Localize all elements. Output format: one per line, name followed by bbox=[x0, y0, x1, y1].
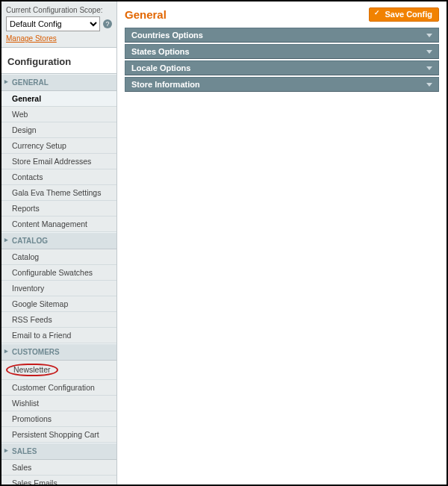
section-label: States Options bbox=[131, 47, 190, 56]
scope-panel: Current Configuration Scope: Default Con… bbox=[1, 1, 116, 48]
chevron-down-icon bbox=[426, 83, 432, 87]
help-icon[interactable]: ? bbox=[103, 19, 112, 28]
sidebar-group-title[interactable]: CATALOG bbox=[1, 232, 116, 249]
sidebar-item[interactable]: General bbox=[1, 91, 116, 107]
section-header[interactable]: Store Information bbox=[125, 77, 439, 92]
app-root: Current Configuration Scope: Default Con… bbox=[1, 1, 447, 485]
sidebar-group-title[interactable]: CUSTOMERS bbox=[1, 343, 116, 361]
sidebar-groups: GENERALGeneralWebDesignCurrency SetupSto… bbox=[1, 74, 116, 486]
save-config-label: Save Config bbox=[385, 10, 432, 19]
section-label: Locale Options bbox=[131, 63, 190, 72]
sidebar-item[interactable]: RSS Feeds bbox=[1, 312, 116, 328]
sidebar-group-title[interactable]: GENERAL bbox=[1, 74, 116, 91]
sidebar-item[interactable]: Email to a Friend bbox=[1, 328, 116, 343]
chevron-down-icon bbox=[426, 34, 432, 37]
section-header[interactable]: Locale Options bbox=[125, 60, 439, 75]
sidebar-group-title[interactable]: SALES bbox=[1, 443, 116, 460]
sidebar-item-list: SalesSales EmailsPDF Print-outsTaxChecko… bbox=[1, 460, 116, 486]
sidebar-item[interactable]: Contacts bbox=[1, 169, 116, 185]
sidebar-item[interactable]: Wishlist bbox=[1, 396, 116, 411]
sidebar-item[interactable]: Newsletter bbox=[1, 361, 116, 380]
sidebar-item-list: CatalogConfigurable SwatchesInventoryGoo… bbox=[1, 249, 116, 343]
sidebar-item[interactable]: Gala Eva Theme Settings bbox=[1, 185, 116, 201]
check-icon bbox=[374, 10, 382, 18]
scope-select[interactable]: Default Config bbox=[6, 16, 100, 31]
sidebar-item[interactable]: Design bbox=[1, 122, 116, 138]
highlight-circle: Newsletter bbox=[6, 364, 58, 376]
sidebar-item[interactable]: Persistent Shopping Cart bbox=[1, 427, 116, 443]
sidebar-group: SALESSalesSales EmailsPDF Print-outsTaxC… bbox=[1, 443, 116, 486]
sidebar-item[interactable]: Inventory bbox=[1, 281, 116, 296]
sidebar-item[interactable]: Sales bbox=[1, 460, 116, 476]
scope-row: Default Config ? bbox=[6, 16, 112, 31]
sidebar-group: CUSTOMERSNewsletterCustomer Configuratio… bbox=[1, 343, 116, 443]
chevron-down-icon bbox=[426, 50, 432, 54]
sidebar-item[interactable]: Configurable Swatches bbox=[1, 265, 116, 281]
sidebar-item[interactable]: Currency Setup bbox=[1, 138, 116, 154]
sidebar-item[interactable]: Customer Configuration bbox=[1, 380, 116, 396]
sidebar-item[interactable]: Google Sitemap bbox=[1, 296, 116, 312]
manage-stores-link[interactable]: Manage Stores bbox=[6, 34, 57, 43]
sidebar-item[interactable]: Sales Emails bbox=[1, 476, 116, 486]
sidebar: Current Configuration Scope: Default Con… bbox=[1, 1, 117, 485]
section-label: Countries Options bbox=[131, 31, 203, 40]
page-title: General bbox=[125, 8, 167, 21]
main-content: General Save Config Countries OptionsSta… bbox=[117, 1, 447, 485]
sidebar-item[interactable]: Catalog bbox=[1, 249, 116, 265]
sidebar-item[interactable]: Web bbox=[1, 107, 116, 122]
sidebar-item-list: GeneralWebDesignCurrency SetupStore Emai… bbox=[1, 91, 116, 232]
section-header[interactable]: Countries Options bbox=[125, 28, 439, 43]
sidebar-item[interactable]: Content Management bbox=[1, 216, 116, 232]
scope-label: Current Configuration Scope: bbox=[6, 6, 112, 14]
sections-accordion: Countries OptionsStates OptionsLocale Op… bbox=[125, 28, 439, 93]
configuration-heading: Configuration bbox=[1, 48, 116, 74]
section-header[interactable]: States Options bbox=[125, 44, 439, 59]
page-header: General Save Config bbox=[125, 7, 439, 28]
sidebar-item[interactable]: Store Email Addresses bbox=[1, 154, 116, 169]
sidebar-item[interactable]: Promotions bbox=[1, 411, 116, 427]
chevron-down-icon bbox=[426, 66, 432, 70]
sidebar-group: CATALOGCatalogConfigurable SwatchesInven… bbox=[1, 232, 116, 343]
sidebar-group: GENERALGeneralWebDesignCurrency SetupSto… bbox=[1, 74, 116, 232]
sidebar-item[interactable]: Reports bbox=[1, 201, 116, 216]
sidebar-item-list: NewsletterCustomer ConfigurationWishlist… bbox=[1, 361, 116, 443]
section-label: Store Information bbox=[131, 80, 200, 89]
save-config-button[interactable]: Save Config bbox=[369, 7, 439, 22]
